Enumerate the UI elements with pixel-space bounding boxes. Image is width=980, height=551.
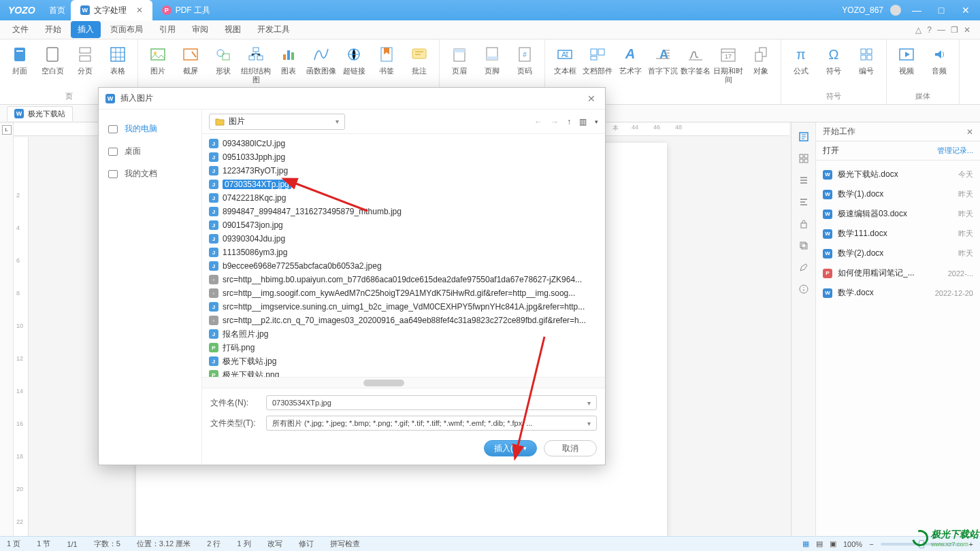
view-mode-icon[interactable]: ▥ <box>579 117 587 127</box>
status-location[interactable]: 位置：3.12 厘米 <box>137 539 191 549</box>
menu-home[interactable]: 开始 <box>38 21 68 38</box>
file-list-item[interactable]: J11135086ym3.jpg <box>202 246 605 259</box>
app-tab-word[interactable]: W 文字处理 ✕ <box>71 0 152 20</box>
dialog-nav-item[interactable]: 桌面 <box>99 140 201 163</box>
chevron-down-icon[interactable]: ▾ <box>587 399 591 407</box>
file-list-item[interactable]: ▫src=http__hbimg.b0.upaiyun.com_b77d686a… <box>202 273 605 286</box>
user-avatar[interactable] <box>890 5 901 16</box>
ribbon-sign-button[interactable]: 数字签名 <box>680 42 711 100</box>
status-section[interactable]: 1 节 <box>37 539 50 549</box>
status-page[interactable]: 1 页 <box>7 539 20 549</box>
ribbon-break-button[interactable]: 分页 <box>69 42 101 90</box>
file-list-item[interactable]: J1223473RyOT.jpg <box>202 164 605 178</box>
horizontal-scrollbar[interactable] <box>202 377 605 388</box>
doc-minimize-icon[interactable]: — <box>937 25 945 35</box>
file-list-item[interactable]: J极光下载站.jpg <box>202 354 605 368</box>
recent-file-item[interactable]: W数学(1).docx昨天 <box>816 184 980 204</box>
ribbon-collapse-icon[interactable]: △ <box>915 25 921 35</box>
ribbon-pi-button[interactable]: π公式 <box>785 42 817 90</box>
recent-file-item[interactable]: W极光下载站.docx今天 <box>816 165 980 184</box>
sidebar-icon-lock[interactable] <box>798 218 810 230</box>
menu-file[interactable]: 文件 <box>5 21 35 38</box>
file-list-item[interactable]: J07422218Kqc.jpg <box>202 191 605 205</box>
dialog-titlebar[interactable]: W 插入图片 ✕ <box>99 88 605 110</box>
ribbon-page-button[interactable]: 封面 <box>4 42 35 90</box>
ribbon-blank-button[interactable]: 空白页 <box>37 42 68 90</box>
menu-devtools[interactable]: 开发工具 <box>250 21 297 38</box>
sidebar-icon-edit[interactable] <box>798 261 810 273</box>
sidebar-icon-list[interactable] <box>798 174 810 186</box>
recent-file-item[interactable]: W数学111.docx昨天 <box>816 224 980 244</box>
chevron-down-icon[interactable]: ▾ <box>595 118 598 125</box>
ribbon-datetime-button[interactable]: 17日期和时间 <box>713 42 744 100</box>
nav-back-icon[interactable]: ← <box>534 117 542 127</box>
view-mode-icon[interactable]: ▦ <box>802 539 809 548</box>
recent-file-item[interactable]: W极速编辑器03.docx昨天 <box>816 204 980 224</box>
status-line[interactable]: 2 行 <box>207 539 220 549</box>
filename-input[interactable]: 07303534XTp.jpg ▾ <box>266 395 597 410</box>
document-tab[interactable]: W 极光下载站 <box>7 106 73 121</box>
sidebar-icon-copy[interactable] <box>798 239 810 252</box>
sidebar-icon-text[interactable] <box>798 196 810 208</box>
chevron-down-icon[interactable]: ▾ <box>587 420 591 427</box>
file-list-item[interactable]: J0934380lCzU.jpg <box>202 137 605 150</box>
view-mode-icon[interactable]: ▣ <box>830 539 836 548</box>
ribbon-omega-button[interactable]: Ω符号 <box>818 42 849 90</box>
menu-insert[interactable]: 插入 <box>71 21 101 38</box>
tab-marker[interactable]: L <box>2 125 12 135</box>
file-list-item[interactable]: ▫src=http__img.soogif.com_kywAedM7nC25ho… <box>202 286 605 300</box>
recent-file-item[interactable]: W数学.docx2022-12-20 <box>816 283 980 303</box>
filetype-dropdown[interactable]: 所有图片 (*.jpg; *.jpeg; *.bmp; *.png; *.gif… <box>266 416 597 431</box>
status-words[interactable]: 字数：5 <box>94 539 120 549</box>
file-list-item[interactable]: Jsrc=http__imgservice.suning.cn_uimg1_b2… <box>202 300 605 314</box>
file-list-item[interactable]: J8994847_8994847_1316273495879_mthumb.jp… <box>202 205 605 218</box>
recent-file-item[interactable]: W数学(2).docx昨天 <box>816 244 980 263</box>
tab-close-icon[interactable]: ✕ <box>136 5 143 15</box>
menu-view[interactable]: 视图 <box>218 21 248 38</box>
cancel-button[interactable]: 取消 <box>544 440 597 456</box>
file-list-item[interactable]: P打码.png <box>202 341 605 354</box>
vertical-ruler[interactable]: 24681012141618202224 <box>14 137 29 536</box>
zoom-out-icon[interactable]: − <box>869 540 873 548</box>
status-revision[interactable]: 修订 <box>299 539 314 549</box>
sidebar-close-icon[interactable]: ✕ <box>966 127 973 137</box>
folder-dropdown[interactable]: 图片 ▾ <box>209 114 345 130</box>
recent-file-item[interactable]: P如何使用糯词笔记_...2022-... <box>816 263 980 283</box>
home-tab[interactable]: 首页 <box>44 5 71 16</box>
insert-button[interactable]: 插入(S) ▾ <box>484 440 537 456</box>
view-mode-icon[interactable]: ▤ <box>816 539 823 548</box>
help-icon[interactable]: ? <box>927 25 932 35</box>
file-list-item[interactable]: J09015473jon.jpg <box>202 218 605 232</box>
app-tab-pdf[interactable]: P PDF 工具 <box>152 0 220 20</box>
file-list-item[interactable]: ▫src=http__p2.itc.cn_q_70_images03_20200… <box>202 314 605 327</box>
ribbon-object-button[interactable]: 对象 <box>745 42 777 100</box>
sidebar-icon-home[interactable] <box>798 131 810 143</box>
nav-up-icon[interactable]: ↑ <box>567 117 571 127</box>
window-minimize-icon[interactable]: — <box>908 5 926 16</box>
file-list-item[interactable]: J报名照片.jpg <box>202 327 605 341</box>
menu-review[interactable]: 审阅 <box>185 21 215 38</box>
file-list[interactable]: J0934380lCzU.jpgJ0951033Jpph.jpgJ1223473… <box>202 134 605 377</box>
sidebar-icon-grid[interactable] <box>798 152 810 165</box>
ribbon-video-button[interactable]: 视频 <box>891 42 922 90</box>
manage-records-link[interactable]: 管理记录... <box>937 146 973 156</box>
ribbon-audio-button[interactable]: 音频 <box>924 42 955 90</box>
doc-restore-icon[interactable]: ❐ <box>951 25 958 35</box>
dialog-nav-item[interactable]: 我的电脑 <box>99 118 201 140</box>
dialog-close-icon[interactable]: ✕ <box>585 93 598 104</box>
dialog-nav-item[interactable]: 我的文档 <box>99 163 201 185</box>
file-list-item[interactable]: J0951033Jpph.jpg <box>202 150 605 164</box>
status-overtype[interactable]: 改写 <box>267 539 282 549</box>
doc-close-icon[interactable]: ✕ <box>964 25 970 35</box>
user-name[interactable]: YOZO_867 <box>842 5 883 15</box>
window-close-icon[interactable]: ✕ <box>957 5 975 16</box>
file-list-item[interactable]: J09390304Jdu.jpg <box>202 232 605 246</box>
menu-layout[interactable]: 页面布局 <box>103 21 150 38</box>
file-list-item[interactable]: Jb9eccee6968e77255abcfaca0b6053a2.jpeg <box>202 259 605 273</box>
zoom-level[interactable]: 100% <box>843 540 862 548</box>
ribbon-wordart-button[interactable]: A艺术字 <box>615 42 646 100</box>
status-spellcheck[interactable]: 拼写检查 <box>330 539 360 549</box>
ribbon-number-button[interactable]: 编号 <box>851 42 882 90</box>
file-list-item[interactable]: P极光下载站.png <box>202 368 605 377</box>
menu-reference[interactable]: 引用 <box>152 21 182 38</box>
